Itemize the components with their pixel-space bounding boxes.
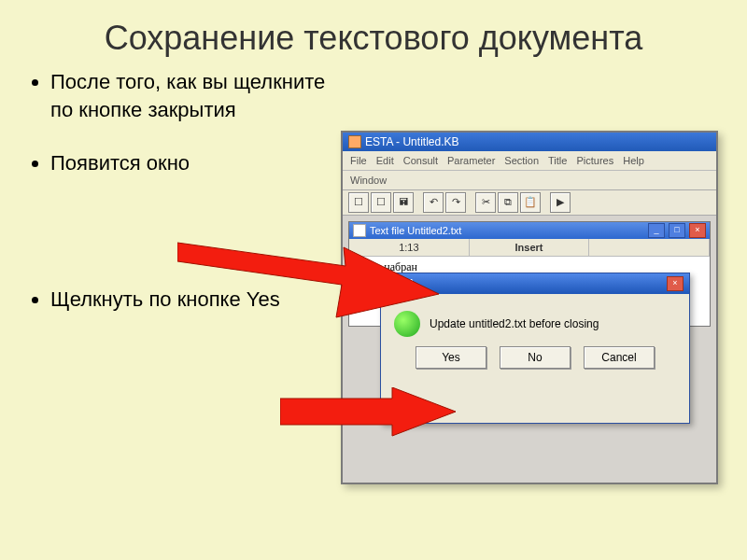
app-title: ESTA - Untitled.KB bbox=[365, 133, 458, 151]
cut-icon[interactable]: ✂ bbox=[475, 192, 496, 213]
dialog-message: Update untitled2.txt before closing bbox=[430, 317, 599, 330]
run-icon[interactable]: ▶ bbox=[550, 192, 571, 213]
new-icon[interactable]: ☐ bbox=[348, 192, 369, 213]
menu-help[interactable]: Help bbox=[623, 155, 644, 166]
bullet-2: Появится окно bbox=[50, 149, 331, 177]
cursor-pos: 1:13 bbox=[349, 239, 470, 256]
menu-window[interactable]: Window bbox=[350, 175, 387, 186]
toolbar: ☐ ☐ 🖬 ↶ ↷ ✂ ⧉ 📋 ▶ bbox=[343, 190, 716, 216]
doc-icon bbox=[353, 224, 366, 237]
dialog-titlebar: ESTA × bbox=[381, 273, 689, 294]
open-icon[interactable]: ☐ bbox=[371, 192, 391, 213]
app-titlebar: ESTA - Untitled.KB bbox=[343, 133, 716, 151]
menu-pictures[interactable]: Pictures bbox=[576, 155, 613, 166]
screenshot-panel: ESTA - Untitled.KB File Edit Consult Par… bbox=[341, 131, 718, 484]
menubar-row2: Window bbox=[343, 171, 716, 190]
bullet-1: После того, как вы щелкните по кнопке за… bbox=[50, 68, 331, 123]
insert-mode: Insert bbox=[470, 239, 590, 256]
maximize-icon[interactable]: □ bbox=[669, 223, 685, 238]
menubar: File Edit Consult Parameter Section Titl… bbox=[343, 151, 716, 171]
slide-title: Сохранение текстового документа bbox=[0, 0, 747, 68]
yes-button[interactable]: Yes bbox=[416, 346, 486, 369]
menu-file[interactable]: File bbox=[350, 155, 367, 166]
text-window-titlebar: Text file Untitled2.txt _ □ × bbox=[349, 222, 710, 239]
dialog-close-icon[interactable]: × bbox=[667, 276, 684, 291]
redo-icon[interactable]: ↷ bbox=[445, 192, 466, 213]
question-icon bbox=[394, 311, 420, 337]
cancel-button[interactable]: Cancel bbox=[584, 346, 655, 369]
text-window-title: Text file Untitled2.txt bbox=[370, 225, 461, 236]
paste-icon[interactable]: 📋 bbox=[520, 192, 541, 213]
close-icon[interactable]: × bbox=[689, 223, 706, 238]
menu-consult[interactable]: Consult bbox=[403, 155, 438, 166]
menu-edit[interactable]: Edit bbox=[376, 155, 394, 166]
app-icon bbox=[348, 135, 361, 148]
copy-icon[interactable]: ⧉ bbox=[498, 192, 518, 213]
bullet-list: После того, как вы щелкните по кнопке за… bbox=[28, 68, 331, 340]
undo-icon[interactable]: ↶ bbox=[423, 192, 444, 213]
minimize-icon[interactable]: _ bbox=[648, 223, 665, 238]
text-window-status: 1:13 Insert bbox=[349, 239, 710, 257]
save-icon[interactable]: 🖬 bbox=[393, 192, 414, 213]
dialog-title: ESTA bbox=[387, 277, 415, 290]
menu-title[interactable]: Title bbox=[548, 155, 567, 166]
menu-parameter[interactable]: Parameter bbox=[447, 155, 495, 166]
menu-section[interactable]: Section bbox=[504, 155, 539, 166]
no-button[interactable]: No bbox=[500, 346, 571, 369]
bullet-3: Щелкнуть по кнопке Yes bbox=[50, 286, 331, 314]
confirm-dialog: ESTA × Update untitled2.txt before closi… bbox=[380, 273, 690, 424]
